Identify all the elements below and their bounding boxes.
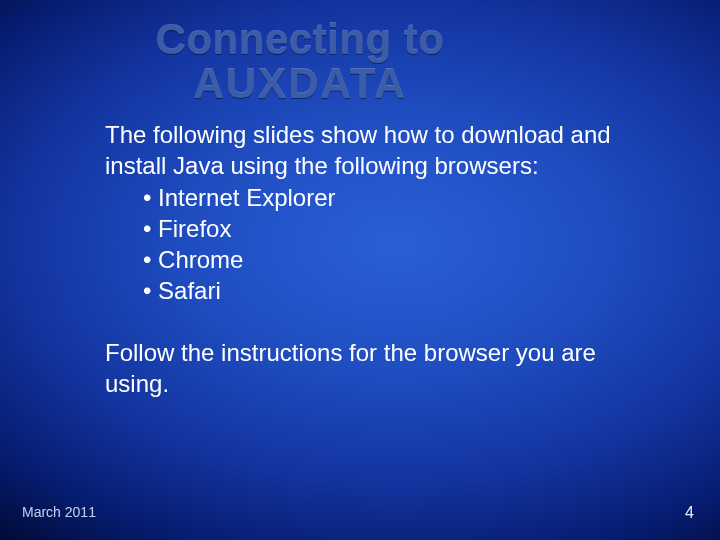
list-item: Safari bbox=[143, 276, 625, 307]
list-item: Chrome bbox=[143, 245, 625, 276]
page-number: 4 bbox=[685, 504, 694, 522]
slide: Connecting to AUXDATA The following slid… bbox=[0, 0, 720, 540]
intro-text: The following slides show how to downloa… bbox=[105, 120, 625, 181]
title-line-2: AUXDATA bbox=[100, 62, 500, 106]
title-line-1: Connecting to bbox=[100, 18, 500, 62]
footer-date: March 2011 bbox=[22, 504, 96, 520]
slide-title: Connecting to AUXDATA bbox=[100, 18, 500, 106]
slide-body: The following slides show how to downloa… bbox=[105, 120, 625, 400]
browser-list: Internet Explorer Firefox Chrome Safari bbox=[143, 183, 625, 306]
list-item: Internet Explorer bbox=[143, 183, 625, 214]
follow-text: Follow the instructions for the browser … bbox=[105, 338, 625, 399]
list-item: Firefox bbox=[143, 214, 625, 245]
